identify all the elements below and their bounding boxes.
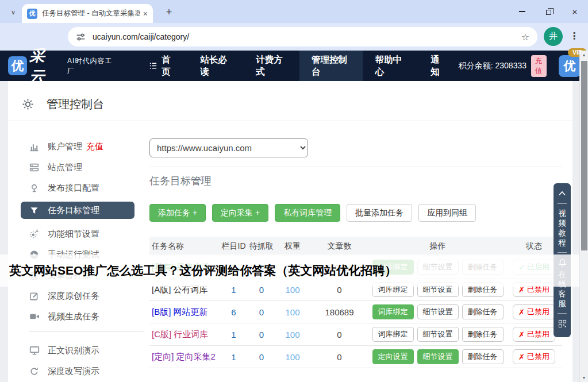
- close-button[interactable]: ×: [562, 0, 588, 23]
- browser-menu-icon[interactable]: ⋮: [570, 30, 579, 41]
- status-badge[interactable]: ✗已禁用: [513, 327, 555, 342]
- apply-to-group-button[interactable]: 应用到同组: [418, 204, 476, 222]
- tab-close-icon[interactable]: ×: [143, 9, 148, 18]
- edit-icon: [29, 291, 40, 301]
- action-button[interactable]: 删除任务: [462, 349, 504, 364]
- nav-item-1[interactable]: 站长必读: [188, 51, 244, 81]
- sidebar-item-8[interactable]: 视频生成任务: [21, 311, 141, 322]
- cross-icon: ✗: [518, 330, 525, 339]
- widget-char: 客: [558, 289, 566, 299]
- sidebar-item-label: 功能细节设置: [48, 229, 99, 240]
- tab-search-icon[interactable]: ∨: [6, 5, 21, 20]
- nav-item-2[interactable]: 计费方式: [244, 51, 299, 81]
- action-button[interactable]: 删除任务: [462, 327, 504, 342]
- recharge-link[interactable]: 充值: [86, 141, 103, 152]
- column-header: 待抓取: [247, 241, 276, 252]
- status-badge[interactable]: ✗已禁用: [513, 349, 555, 364]
- list-icon: [29, 163, 40, 172]
- scroll-up-arrow[interactable]: ▲: [580, 53, 588, 57]
- back-to-top-button[interactable]: [558, 190, 566, 196]
- article-count: 0: [309, 352, 370, 362]
- action-button[interactable]: 细节设置: [417, 327, 459, 342]
- weight-value: 100: [276, 330, 309, 339]
- bar-chart-icon: [29, 142, 40, 152]
- status-label: 已禁用: [527, 329, 549, 339]
- column-header: 栏目ID: [220, 241, 247, 252]
- site-select[interactable]: https://www.ucaiyun.com: [149, 138, 308, 157]
- scrollbar-thumb[interactable]: [581, 61, 587, 250]
- address-bar[interactable]: ucaiyun.com/caiji/category/ ☆: [68, 27, 537, 47]
- widget-divider: [558, 313, 567, 314]
- action-button[interactable]: 删除任务: [462, 304, 504, 319]
- page-scrollbar[interactable]: ▲ ▼: [579, 51, 588, 382]
- refresh-icon: [29, 366, 40, 376]
- status-label: 已禁用: [527, 352, 549, 362]
- logo-name[interactable]: 采云: [29, 45, 60, 87]
- nav-item-0[interactable]: 首页: [137, 51, 188, 81]
- batch-add-tasks-button[interactable]: 批量添加任务: [347, 204, 412, 222]
- add-task-button[interactable]: 添加任务 +: [149, 204, 206, 222]
- widget-divider: [558, 252, 567, 253]
- task-toolbar: 添加任务 +定向采集 +私有词库管理批量添加任务应用到同组: [149, 204, 562, 222]
- action-button[interactable]: 词库绑定: [372, 304, 414, 319]
- task-name-link[interactable]: [定向] 定向采集2: [149, 352, 220, 362]
- cross-icon: ✗: [518, 353, 525, 361]
- task-name-link[interactable]: [C版] 行业词库: [149, 329, 220, 340]
- nav-item-label: 站长必读: [200, 54, 232, 78]
- article-count: 0: [309, 330, 370, 339]
- page-title: 管理控制台: [47, 97, 104, 112]
- sidebar-item-4[interactable]: 功能细节设置: [21, 228, 141, 240]
- private-lexicon-button[interactable]: 私有词库管理: [275, 204, 340, 222]
- video-icon: [29, 311, 40, 322]
- column-id-value: 1: [220, 352, 247, 362]
- panel-divider: [149, 167, 562, 167]
- bookmark-star-icon[interactable]: ☆: [521, 32, 529, 43]
- url-text[interactable]: ucaiyun.com/caiji/category/: [93, 32, 521, 41]
- article-count: 180689: [309, 307, 370, 317]
- weight-value: 100: [276, 307, 309, 317]
- video-tutorial-button[interactable]: 视频教程: [558, 209, 566, 248]
- nav-item-label: 计费方式: [256, 54, 287, 78]
- action-button[interactable]: 细节设置: [417, 349, 459, 364]
- sidebar-item-1[interactable]: 站点管理: [21, 161, 141, 173]
- qr-code-icon[interactable]: [558, 319, 567, 328]
- nav-item-5[interactable]: 通知: [418, 51, 458, 81]
- cross-icon: ✗: [518, 308, 525, 317]
- action-button[interactable]: 定向设置: [372, 349, 414, 364]
- task-name-link[interactable]: [B版] 网站更新: [149, 307, 220, 318]
- action-button[interactable]: 细节设置: [417, 304, 459, 319]
- nav-item-3[interactable]: 管理控制台: [299, 51, 363, 81]
- widget-char: 视: [558, 209, 566, 218]
- filter-icon: [29, 206, 40, 215]
- directed-collect-button[interactable]: 定向采集 +: [212, 204, 268, 222]
- sidebar-item-demo-1[interactable]: 深度改写演示: [21, 365, 141, 377]
- sidebar-item-label: 视频生成任务: [48, 311, 99, 322]
- main-nav: 首页站长必读计费方式管理控制台帮助中心通知: [137, 51, 458, 81]
- site-favicon: 优: [27, 9, 37, 19]
- status-badge[interactable]: ✗已禁用: [513, 304, 555, 319]
- widget-divider: [558, 203, 567, 204]
- minimize-button[interactable]: [509, 0, 535, 23]
- page-heading: 管理控制台: [8, 81, 572, 121]
- widget-char: 频: [558, 218, 566, 228]
- sidebar-item-7[interactable]: 深度原创任务: [21, 290, 141, 302]
- column-header: 权重: [276, 241, 309, 252]
- user-avatar[interactable]: 优: [559, 55, 581, 77]
- logo-badge[interactable]: 优: [8, 56, 27, 75]
- sidebar-item-demo-0[interactable]: 正文识别演示: [21, 345, 141, 356]
- sidebar-item-2[interactable]: 发布接口配置: [21, 182, 141, 194]
- action-button[interactable]: 词库绑定: [372, 327, 414, 342]
- logo-tagline: AI时代内容工厂: [67, 56, 116, 76]
- sidebar-item-3[interactable]: 任务目标管理: [21, 202, 134, 219]
- browser-profile-avatar[interactable]: 井: [544, 27, 563, 46]
- nav-item-4[interactable]: 帮助中心: [363, 51, 418, 81]
- scroll-down-arrow[interactable]: ▼: [580, 376, 588, 380]
- new-tab-button[interactable]: +: [162, 5, 176, 19]
- recharge-button[interactable]: 充值: [531, 55, 547, 77]
- row-actions: 词库绑定细节设置删除任务: [370, 304, 506, 319]
- browser-tab[interactable]: 优 任务目标管理 - 自动文章采集器 ×: [22, 4, 153, 23]
- restore-button[interactable]: [535, 0, 562, 23]
- site-info-icon[interactable]: [76, 32, 86, 42]
- sidebar-item-0[interactable]: 账户管理充值: [21, 141, 141, 152]
- status-label: 已禁用: [527, 307, 549, 317]
